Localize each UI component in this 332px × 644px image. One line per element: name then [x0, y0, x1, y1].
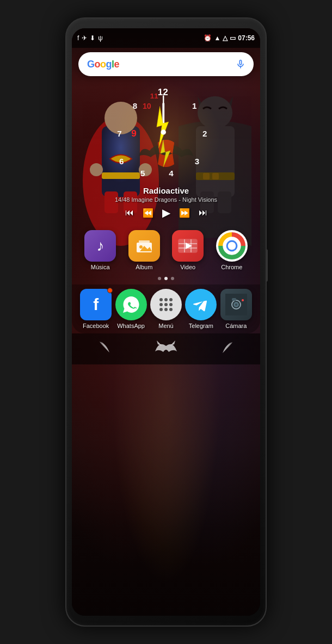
- battery-icon: ▭: [230, 34, 236, 42]
- app-icon-album: [128, 230, 160, 262]
- svg-text:8: 8: [133, 101, 137, 110]
- play-button[interactable]: ▶: [162, 206, 170, 219]
- status-right-icons: ⏰ ▲ △ ▭ 07:56: [204, 34, 255, 42]
- svg-text:10: 10: [143, 102, 151, 110]
- dock-label-camara: Cámara: [225, 323, 247, 329]
- clock-display: 07:56: [238, 34, 255, 42]
- svg-point-41: [228, 242, 236, 250]
- telegram-notification-icon: ✈: [82, 34, 87, 42]
- app-label-video: Video: [180, 264, 195, 270]
- app-label-musica: Música: [91, 264, 110, 270]
- clock-widget: 12 1 2 3 4 5 6 7 8 9 10 11: [72, 81, 260, 184]
- svg-rect-55: [232, 298, 236, 301]
- notification-icon: ψ: [98, 34, 103, 42]
- svg-point-54: [235, 304, 237, 306]
- dock-item-whatsapp[interactable]: WhatsApp: [113, 289, 148, 329]
- dock-item-facebook[interactable]: f Facebook: [78, 289, 113, 329]
- svg-rect-31: [139, 240, 150, 243]
- svg-point-46: [164, 303, 168, 306]
- song-title: Radioactive: [72, 186, 260, 195]
- svg-point-32: [139, 245, 143, 249]
- svg-text:4: 4: [169, 169, 174, 178]
- dock-label-whatsapp: WhatsApp: [117, 323, 145, 329]
- svg-text:11: 11: [150, 92, 158, 100]
- wifi-icon: ▲: [214, 34, 220, 42]
- dock: f Facebook WhatsApp: [72, 284, 260, 333]
- dot-2-active: [164, 277, 168, 280]
- home-button[interactable]: [152, 338, 180, 359]
- recent-nav-icon: [212, 339, 233, 356]
- svg-point-45: [159, 303, 163, 306]
- clock-face: 12 1 2 3 4 5 6 7 8 9 10 11: [114, 81, 218, 184]
- dot-3: [171, 277, 174, 280]
- app-item-chrome[interactable]: Chrome: [212, 230, 252, 270]
- app-item-musica[interactable]: ♪ Música: [81, 230, 120, 270]
- svg-point-44: [169, 298, 173, 301]
- alarm-icon: ⏰: [204, 34, 212, 42]
- dock-icon-whatsapp: [115, 289, 147, 320]
- music-controls: ⏮ ⏪ ▶ ⏩ ⏭: [72, 206, 260, 219]
- svg-text:5: 5: [140, 169, 145, 178]
- status-bar: f ✈ ⬇ ψ ⏰ ▲ △ ▭ 07:56: [72, 28, 260, 48]
- back-nav-icon: [99, 339, 120, 355]
- svg-text:9: 9: [131, 128, 137, 139]
- app-item-album[interactable]: Álbum: [125, 230, 164, 270]
- music-widget: Radioactive 14/48 Imagine Dragons - Nigh…: [72, 186, 260, 219]
- facebook-notification-icon: f: [77, 34, 79, 42]
- back-button[interactable]: [99, 339, 120, 358]
- dock-item-menu[interactable]: Menú: [149, 289, 183, 329]
- dock-icon-camara: [220, 289, 252, 320]
- dock-icon-facebook: f: [80, 289, 112, 320]
- dock-label-menu: Menú: [158, 323, 174, 329]
- svg-point-47: [169, 303, 173, 306]
- dock-icon-telegram: [185, 289, 217, 320]
- app-label-album: Álbum: [136, 264, 152, 270]
- app-icon-video: [172, 230, 204, 262]
- bottom-nav: [72, 333, 260, 364]
- phone-outer: f ✈ ⬇ ψ ⏰ ▲ △ ▭ 07:56 Google: [65, 17, 267, 627]
- status-left-icons: f ✈ ⬇ ψ: [77, 34, 103, 42]
- dock-item-telegram[interactable]: Telegram: [183, 289, 218, 329]
- app-item-video[interactable]: Video: [168, 230, 208, 270]
- dock-icon-menu: [150, 289, 182, 320]
- skip-next-next-button[interactable]: ⏭: [199, 208, 207, 218]
- dock-label-telegram: Telegram: [189, 323, 213, 329]
- search-bar[interactable]: Google: [78, 52, 254, 76]
- app-icon-musica: ♪: [84, 230, 116, 262]
- recent-button[interactable]: [212, 339, 233, 358]
- svg-point-42: [159, 298, 163, 301]
- song-info: 14/48 Imagine Dragons - Night Visions: [72, 196, 260, 203]
- svg-text:1: 1: [192, 101, 197, 110]
- signal-icon: △: [223, 34, 228, 42]
- google-logo: Google: [87, 59, 119, 70]
- svg-text:3: 3: [195, 157, 199, 166]
- svg-point-29: [161, 129, 167, 135]
- phone-screen: f ✈ ⬇ ψ ⏰ ▲ △ ▭ 07:56 Google: [72, 28, 260, 616]
- skip-prev-button[interactable]: ⏪: [143, 208, 153, 218]
- svg-point-56: [242, 299, 244, 301]
- svg-text:7: 7: [117, 129, 121, 138]
- side-button[interactable]: [266, 249, 268, 282]
- svg-text:2: 2: [202, 129, 207, 138]
- app-grid: ♪ Música Álbum: [72, 224, 260, 275]
- mic-button[interactable]: [235, 59, 246, 70]
- svg-point-49: [164, 308, 168, 311]
- download-icon: ⬇: [90, 34, 95, 42]
- svg-point-48: [159, 308, 163, 311]
- svg-text:12: 12: [158, 87, 168, 97]
- svg-point-50: [169, 308, 173, 311]
- dot-1: [158, 277, 161, 280]
- dock-label-facebook: Facebook: [83, 323, 109, 329]
- svg-point-43: [164, 298, 168, 301]
- svg-text:6: 6: [119, 157, 124, 166]
- dock-item-camara[interactable]: Cámara: [219, 289, 254, 329]
- skip-next-button[interactable]: ⏩: [179, 208, 190, 218]
- skip-prev-prev-button[interactable]: ⏮: [125, 208, 134, 218]
- batman-home-icon: [152, 338, 180, 357]
- app-label-chrome: Chrome: [221, 264, 242, 270]
- app-icon-chrome: [216, 230, 248, 262]
- page-dots: [72, 275, 260, 282]
